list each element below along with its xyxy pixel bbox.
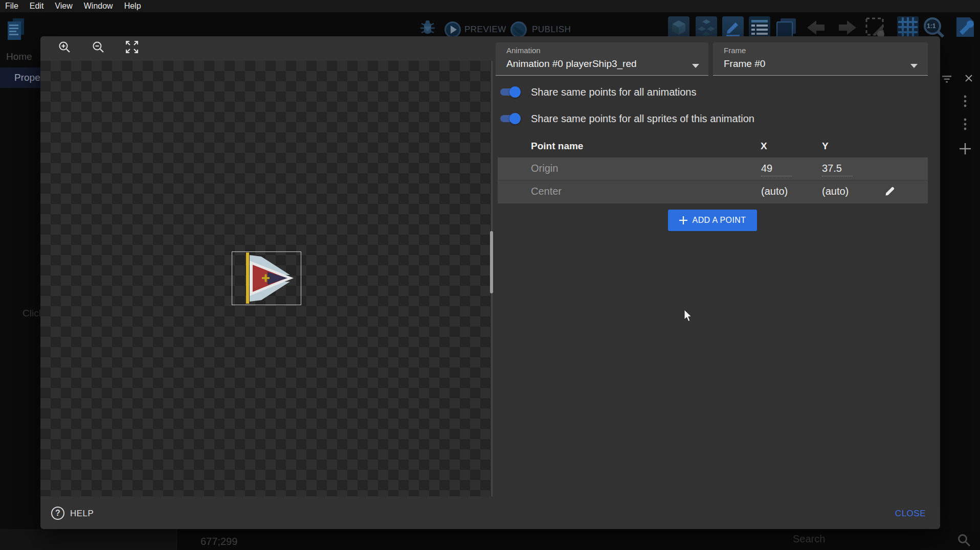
cursor-coordinates: 677;299 bbox=[201, 536, 237, 547]
undo-icon[interactable] bbox=[807, 20, 830, 37]
menu-help[interactable]: Help bbox=[124, 2, 141, 11]
close-panel-icon[interactable] bbox=[965, 74, 973, 84]
tab-home[interactable]: Home bbox=[6, 51, 32, 62]
search-input[interactable] bbox=[792, 533, 947, 545]
chevron-down-icon bbox=[910, 64, 918, 68]
share-points-sprites-label: Share same points for all sprites of thi… bbox=[531, 113, 754, 125]
animation-select-value: Animation #0 playerShip3_red bbox=[506, 58, 637, 70]
zoom-out-icon[interactable] bbox=[92, 41, 104, 53]
one-to-one-label: 1:1 bbox=[927, 22, 936, 30]
objects-panel-footer bbox=[0, 529, 177, 550]
project-manager-icon[interactable] bbox=[8, 18, 25, 43]
table-row-origin[interactable]: Origin 49 37.5 bbox=[498, 157, 928, 180]
point-name: Origin bbox=[531, 163, 558, 174]
point-y-field[interactable]: 37.5 bbox=[822, 163, 853, 176]
column-header-y: Y bbox=[822, 141, 829, 152]
app-root: { "menu": { "items": ["File", "Edit", "V… bbox=[0, 0, 980, 550]
animation-select-label: Animation bbox=[506, 46, 541, 55]
help-glyph: ? bbox=[55, 509, 60, 518]
close-button[interactable]: CLOSE bbox=[895, 509, 926, 519]
add-point-button[interactable]: ADD A POINT bbox=[668, 210, 757, 231]
point-y-field[interactable]: (auto) bbox=[822, 186, 849, 197]
frame-select-label: Frame bbox=[724, 46, 746, 55]
search-icon[interactable] bbox=[957, 534, 971, 549]
points-editor-dialog: Animation Animation #0 playerShip3_red F… bbox=[40, 36, 940, 529]
toggle-thumb bbox=[509, 113, 521, 124]
plus-icon bbox=[679, 216, 687, 224]
menu-file[interactable]: File bbox=[5, 2, 18, 11]
help-icon[interactable]: ? bbox=[51, 507, 64, 520]
more-options-icon-2[interactable] bbox=[964, 118, 967, 130]
fit-to-view-icon[interactable] bbox=[126, 41, 138, 53]
share-points-sprites-toggle[interactable] bbox=[499, 113, 522, 124]
preview-button[interactable]: PREVIEW bbox=[464, 25, 506, 35]
sprite-image[interactable] bbox=[232, 251, 301, 305]
menu-edit[interactable]: Edit bbox=[30, 2, 44, 11]
filter-icon[interactable] bbox=[942, 76, 951, 85]
share-points-animations-label: Share same points for all animations bbox=[531, 86, 697, 98]
menu-window[interactable]: Window bbox=[84, 2, 113, 11]
canvas-scrollbar-thumb[interactable] bbox=[490, 231, 493, 293]
frame-select-value: Frame #0 bbox=[724, 58, 765, 70]
project-settings-icon[interactable] bbox=[954, 16, 976, 40]
point-x-field[interactable]: 49 bbox=[761, 163, 792, 176]
chevron-down-icon bbox=[692, 64, 699, 68]
add-point-button-label: ADD A POINT bbox=[693, 216, 746, 225]
column-header-point-name: Point name bbox=[531, 141, 583, 152]
table-row-center[interactable]: Center (auto) (auto) bbox=[498, 180, 928, 203]
share-points-animations-toggle[interactable] bbox=[499, 86, 522, 98]
point-name: Center bbox=[531, 186, 562, 197]
more-options-icon[interactable] bbox=[964, 95, 967, 107]
sprite-canvas[interactable] bbox=[40, 61, 491, 496]
menu-bar: File Edit View Window Help bbox=[0, 0, 980, 12]
point-x-field[interactable]: (auto) bbox=[761, 186, 788, 197]
column-header-x: X bbox=[761, 141, 767, 152]
frame-select[interactable]: Frame Frame #0 bbox=[713, 42, 928, 76]
menu-view[interactable]: View bbox=[55, 2, 72, 11]
edit-point-icon[interactable] bbox=[884, 186, 896, 199]
sprite-engine-stripe bbox=[246, 253, 249, 304]
publish-button[interactable]: PUBLISH bbox=[532, 25, 571, 35]
redo-icon[interactable] bbox=[834, 20, 856, 37]
help-button[interactable]: HELP bbox=[70, 509, 94, 519]
add-panel-icon[interactable] bbox=[960, 143, 971, 156]
toggle-thumb bbox=[509, 86, 521, 98]
zoom-in-icon[interactable] bbox=[58, 41, 71, 53]
animation-select[interactable]: Animation Animation #0 playerShip3_red bbox=[496, 42, 708, 76]
